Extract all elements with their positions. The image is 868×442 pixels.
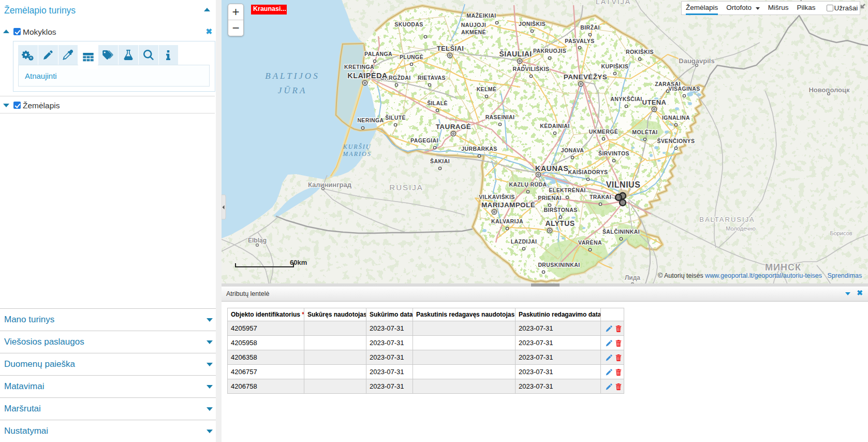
svg-text:RUSIJA: RUSIJA [389, 183, 423, 192]
svg-text:VILNIUS: VILNIUS [606, 180, 641, 189]
svg-text:KĖDAINIAI: KĖDAINIAI [540, 123, 569, 129]
svg-text:ŠAKIAI: ŠAKIAI [430, 158, 450, 164]
svg-text:BIRŽAI: BIRŽAI [580, 24, 599, 31]
svg-text:© Autorių teisės www.geoportal: © Autorių teisės www.geoportal.lt/geopor… [658, 272, 862, 279]
svg-text:BIRŠTONAS: BIRŠTONAS [543, 207, 577, 213]
svg-text:ALYTUS: ALYTUS [545, 219, 575, 227]
svg-text:KUPIŠKIS: KUPIŠKIS [601, 63, 629, 69]
svg-text:LAZDIJAI: LAZDIJAI [511, 238, 537, 245]
svg-text:MAŽEIKIAI: MAŽEIKIAI [466, 12, 496, 19]
svg-text:KELMĖ: KELMĖ [477, 86, 497, 92]
svg-text:ŠVENČIONYS: ŠVENČIONYS [657, 138, 695, 144]
svg-text:VARĖNA: VARĖNA [578, 239, 602, 246]
svg-text:KAIŠIADORYS: KAIŠIADORYS [568, 169, 608, 175]
svg-text:KAZLŲ RŪDA: KAZLŲ RŪDA [509, 181, 547, 188]
svg-text:KALVARIJA: KALVARIJA [491, 218, 523, 224]
svg-text:KRETINGA: KRETINGA [344, 64, 374, 70]
svg-text:KAUNAS: KAUNAS [535, 164, 568, 173]
svg-text:BALTIJOS: BALTIJOS [265, 71, 319, 81]
svg-text:VISAGINAS: VISAGINAS [668, 85, 700, 92]
svg-text:JŪRA: JŪRA [278, 85, 307, 95]
svg-text:PRIENAI: PRIENAI [538, 195, 561, 201]
svg-text:LATVIJA: LATVIJA [596, 0, 631, 6]
svg-text:Борисов: Борисов [830, 230, 852, 236]
svg-text:Daugavpils: Daugavpils [679, 57, 714, 65]
svg-text:Elbląg: Elbląg [248, 237, 267, 244]
svg-text:Молодечно: Молодечно [726, 225, 756, 232]
svg-text:ELEKTRĖNAI: ELEKTRĖNAI [549, 187, 585, 193]
svg-text:MARIJAMPOLĖ: MARIJAMPOLĖ [481, 201, 535, 209]
svg-text:TRAKAI: TRAKAI [590, 194, 611, 200]
svg-text:MOLĖTAI: MOLĖTAI [632, 129, 657, 135]
svg-text:PAKRUOJIS: PAKRUOJIS [533, 48, 566, 54]
svg-text:RASEINIAI: RASEINIAI [486, 114, 515, 120]
svg-text:KLAIPĖDA: KLAIPĖDA [347, 72, 387, 80]
svg-text:ROKIŠKIS: ROKIŠKIS [626, 49, 654, 55]
svg-text:VILKAVIŠKIS: VILKAVIŠKIS [479, 194, 515, 200]
svg-text:ŠILUTĖ: ŠILUTĖ [385, 115, 406, 121]
svg-text:TELŠIAI: TELŠIAI [437, 45, 464, 52]
svg-text:RADVILIŠKIS: RADVILIŠKIS [513, 66, 550, 72]
svg-text:PALANGA: PALANGA [364, 51, 392, 57]
svg-text:60km: 60km [290, 259, 307, 266]
svg-text:ŠIAULIAI: ŠIAULIAI [499, 49, 532, 58]
svg-text:NAUJOJI: NAUJOJI [461, 22, 486, 28]
svg-text:Калининград: Калининград [308, 181, 352, 189]
svg-text:PANEVĖŽYS: PANEVĖŽYS [564, 73, 607, 81]
svg-text:TAURAGĖ: TAURAGĖ [436, 123, 472, 131]
svg-text:NERINGA: NERINGA [357, 117, 384, 123]
svg-text:PLUNGĖ: PLUNGĖ [400, 54, 423, 60]
svg-text:МИНСК: МИНСК [765, 262, 801, 273]
svg-text:PAGEGIAI: PAGEGIAI [410, 137, 438, 144]
svg-text:Лида: Лида [625, 274, 640, 281]
svg-text:UTENA: UTENA [642, 98, 667, 106]
svg-text:MARIOS: MARIOS [342, 150, 371, 158]
svg-text:ANYKŠČIAI: ANYKŠČIAI [610, 96, 642, 102]
svg-text:ŠILALĖ: ŠILALĖ [427, 100, 448, 106]
svg-text:JONIŠKIS: JONIŠKIS [519, 21, 546, 27]
svg-text:AKMENĖ: AKMENĖ [461, 29, 486, 35]
svg-text:SKUODAS: SKUODAS [394, 21, 423, 27]
svg-text:ŠIRVINTOS: ŠIRVINTOS [598, 150, 629, 156]
svg-text:KURŠIŲ: KURŠIŲ [343, 143, 372, 150]
svg-text:UKMERGĖ: UKMERGĖ [589, 129, 618, 135]
svg-text:IGNALINA: IGNALINA [662, 115, 690, 121]
svg-text:JURBARKAS: JURBARKAS [461, 146, 497, 152]
svg-text:RIETAVAS: RIETAVAS [418, 75, 446, 81]
svg-text:ŠALČININKAI: ŠALČININKAI [602, 229, 640, 235]
svg-text:JONAVA: JONAVA [561, 147, 584, 153]
svg-text:DRUSKININKAI: DRUSKININKAI [538, 262, 580, 268]
svg-text:PASVALYS: PASVALYS [565, 38, 594, 44]
svg-text:BALTARUSIJA: BALTARUSIJA [699, 216, 755, 223]
